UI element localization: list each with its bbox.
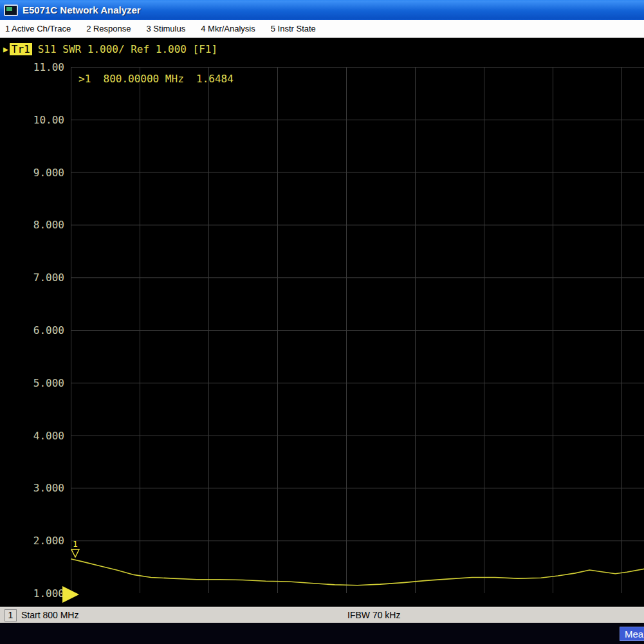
y-tick-label: 11.00	[1, 61, 64, 73]
active-trace-arrow-icon: ▶	[3, 44, 8, 54]
y-tick-label: 6.000	[1, 324, 64, 336]
y-axis-labels: 11.0010.009.0008.0007.0006.0005.0004.000…	[0, 67, 66, 593]
channel-indicator: 1	[5, 609, 17, 621]
meas-softkey[interactable]: Mea	[620, 627, 644, 641]
menu-item-1[interactable]: 1 Active Ch/Trace	[5, 24, 71, 33]
menu-item-5[interactable]: 5 Instr State	[271, 24, 316, 33]
analyzer-display: ▶ Tr1 S11 SWR 1.000/ Ref 1.000 [F1] >1 8…	[0, 38, 644, 607]
y-tick-label: 10.00	[1, 114, 64, 126]
y-tick-label: 7.000	[1, 271, 64, 284]
menu-item-4[interactable]: 4 Mkr/Analysis	[201, 24, 255, 33]
status-bar: 1 Start 800 MHz IFBW 70 kHz	[0, 607, 644, 623]
analyzer-app-icon	[4, 5, 18, 16]
ifbw-label: IFBW 70 kHz	[347, 610, 400, 620]
softkey-bar: Mea	[0, 623, 644, 644]
y-tick-label: 2.000	[1, 535, 64, 547]
start-frequency-label: Start 800 MHz	[21, 610, 78, 620]
y-tick-label: 1.000	[1, 587, 64, 600]
marker-1-icon	[71, 549, 79, 557]
menu-item-2[interactable]: 2 Response	[86, 24, 131, 33]
swr-trace	[71, 559, 644, 585]
y-tick-label: 4.000	[1, 430, 64, 442]
reference-level-icon	[62, 586, 79, 603]
marker-1-number: 1	[73, 539, 78, 549]
trace-header: ▶ Tr1 S11 SWR 1.000/ Ref 1.000 [F1]	[3, 43, 217, 55]
title-bar: E5071C Network Analyzer	[0, 0, 644, 20]
y-tick-label: 9.000	[1, 167, 64, 179]
trace-label[interactable]: Tr1	[10, 43, 32, 55]
y-tick-label: 8.000	[1, 219, 64, 231]
swr-plot: 1	[71, 67, 644, 593]
instrument-screen: E5071C Network Analyzer 1 Active Ch/Trac…	[0, 0, 644, 644]
window-title: E5071C Network Analyzer	[23, 5, 141, 15]
y-tick-label: 5.000	[1, 377, 64, 389]
menu-bar: 1 Active Ch/Trace2 Response3 Stimulus4 M…	[0, 20, 644, 38]
menu-item-3[interactable]: 3 Stimulus	[147, 24, 186, 33]
trace-info: S11 SWR 1.000/ Ref 1.000 [F1]	[38, 43, 217, 55]
y-tick-label: 3.000	[1, 482, 64, 494]
